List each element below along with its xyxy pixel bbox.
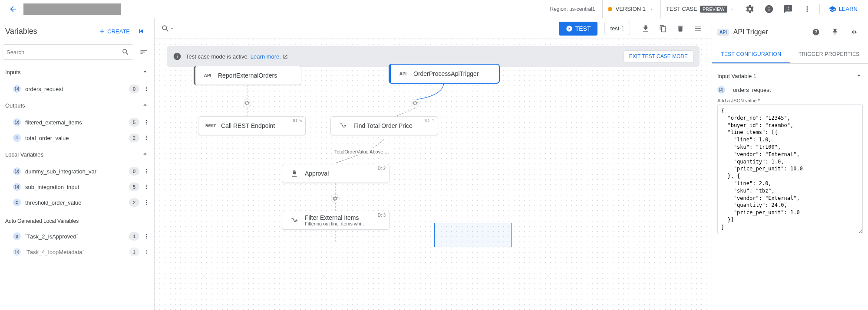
info-button[interactable]	[760, 0, 778, 18]
mapping-icon	[337, 122, 349, 130]
zoom-button[interactable]	[160, 21, 175, 36]
learn-button[interactable]: LEARN	[823, 5, 863, 13]
menu-button[interactable]	[689, 20, 706, 37]
integration-name-redacted	[23, 3, 121, 15]
edge-config-icon[interactable]	[411, 99, 421, 109]
region-label: Region: us-central1	[550, 6, 595, 12]
create-variable-button[interactable]: CREATE	[95, 25, 133, 37]
download-button[interactable]	[637, 20, 654, 37]
autogen-section-header: Auto Generated Local Variables	[0, 210, 154, 228]
variable-row[interactable]: {J} sub_integration_input 5	[0, 179, 154, 195]
variable-row[interactable]: {J} filtered_external_items 5	[0, 114, 154, 130]
filter-button[interactable]	[136, 44, 152, 60]
task-node-approval[interactable]: ID: 2 Approval	[282, 164, 389, 183]
settings-button[interactable]	[741, 0, 759, 18]
test-button[interactable]: TEST	[559, 22, 598, 36]
chevron-down-icon	[649, 7, 653, 11]
status-dot-icon	[608, 7, 612, 11]
more-icon[interactable]	[141, 84, 152, 94]
api-icon: API	[201, 73, 214, 78]
edge-config-icon[interactable]	[243, 99, 253, 109]
feedback-button[interactable]	[779, 0, 797, 18]
version-selector[interactable]: VERSION 1	[602, 0, 659, 18]
json-value-label: Add a JSON value *	[717, 96, 863, 104]
variables-sidebar: Variables CREATE Inputs {J} orders_	[0, 18, 155, 310]
exit-testcase-button[interactable]: EXIT TEST CASE MODE	[624, 50, 693, 62]
api-icon: API	[397, 72, 409, 76]
rest-icon: REST	[205, 124, 217, 128]
back-button[interactable]	[5, 1, 21, 17]
edge-config-icon[interactable]	[331, 194, 341, 205]
delete-button[interactable]	[672, 20, 689, 37]
variable-row[interactable]: {J} dummy_sub_integration_var 0	[0, 163, 154, 179]
search-icon	[122, 48, 129, 56]
api-badge-icon: API	[717, 29, 729, 36]
approval-icon	[288, 170, 300, 177]
variables-title: Variables	[5, 27, 37, 36]
variable-row[interactable]: D threshold_order_value 2	[0, 195, 154, 210]
variable-search[interactable]	[3, 44, 133, 60]
canvas-area: TEST test-1 Test case mode is active. Le…	[155, 18, 712, 310]
tab-trigger-props[interactable]: TRIGGER PROPERTIES	[790, 46, 868, 63]
pin-button[interactable]	[826, 23, 844, 41]
task-node-rest[interactable]: ID: 5 REST Call REST Endpoint	[198, 116, 306, 135]
panel-title: API Trigger	[733, 28, 768, 36]
integration-canvas[interactable]: Test case mode is active. Learn more. EX…	[155, 39, 712, 310]
variable-name: orders_request	[733, 87, 771, 93]
variable-row[interactable]: B `Task_2_isApproved` 1	[0, 228, 154, 244]
inputs-section-header[interactable]: Inputs	[0, 63, 154, 81]
top-bar: Region: us-central1 VERSION 1 TEST CASE …	[0, 0, 868, 18]
input-variable-header[interactable]: Input Variable 1	[717, 69, 863, 83]
selection-box	[434, 223, 512, 247]
chevron-up-icon	[855, 72, 863, 81]
external-link-icon	[283, 54, 288, 59]
trigger-node-report[interactable]: API ReportExternalOrders	[194, 66, 301, 85]
search-input[interactable]	[7, 49, 122, 55]
more-button[interactable]	[799, 0, 816, 18]
learn-more-link[interactable]: Learn more.	[251, 53, 288, 60]
json-value-textarea[interactable]	[717, 104, 863, 234]
info-icon	[173, 52, 182, 61]
locals-section-header[interactable]: Local Variables	[0, 146, 154, 163]
variable-row[interactable]: D total_order_value 2	[0, 130, 154, 146]
variable-row[interactable]: {J} `Task_4_loopMetadata` 1	[0, 244, 154, 260]
preview-badge: PREVIEW	[700, 6, 727, 13]
canvas-toolbar: TEST test-1	[155, 18, 712, 39]
play-icon	[566, 25, 573, 32]
chevron-down-icon	[730, 7, 734, 11]
task-node-find[interactable]: ID: 1 Find Total Order Price	[330, 116, 438, 135]
variable-row[interactable]: {J} orders_request 0	[0, 81, 154, 97]
tab-test-config[interactable]: TEST CONFIGURATION	[712, 46, 790, 63]
outputs-section-header[interactable]: Outputs	[0, 97, 154, 114]
plus-icon	[99, 28, 106, 35]
chevron-up-icon	[141, 68, 149, 77]
learn-icon	[828, 5, 836, 13]
testcase-banner: Test case mode is active. Learn more. EX…	[167, 46, 700, 67]
task-node-filter[interactable]: ID: 3 Filter External Items Filtering ou…	[282, 211, 389, 230]
right-panel: API API Trigger TEST CONFIGURATION TRIGG…	[712, 18, 868, 310]
json-type-icon: {J}	[717, 86, 725, 94]
json-type-icon: {J}	[13, 85, 21, 93]
mapping-icon	[288, 216, 300, 224]
copy-button[interactable]	[654, 20, 672, 37]
expand-button[interactable]	[845, 23, 863, 41]
test-name-field[interactable]: test-1	[604, 22, 630, 35]
help-button[interactable]	[807, 23, 825, 41]
collapse-sidebar-button[interactable]	[133, 23, 149, 39]
edge-label: TotalOrderValue Above …	[333, 148, 391, 155]
trigger-node-order[interactable]: API OrderProcessApiTrigger	[389, 64, 499, 83]
testcase-selector[interactable]: TEST CASE PREVIEW	[660, 0, 739, 18]
